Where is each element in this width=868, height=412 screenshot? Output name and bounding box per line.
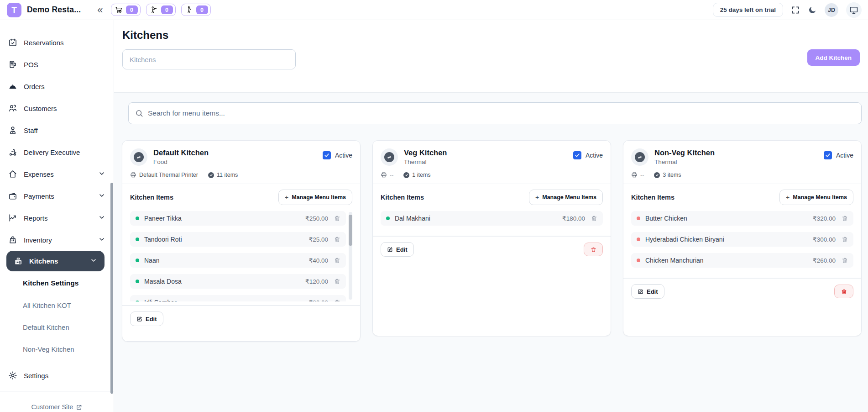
pencil-icon [638,289,643,295]
kitchen-avatar [381,148,398,166]
sidebar-scrollbar-thumb[interactable] [110,183,113,394]
calendar-check-icon [8,38,17,47]
topbar-counter[interactable]: 0 [181,4,211,16]
manage-menu-items-button[interactable]: + Manage Menu Items [779,190,853,205]
item-name: Hyderabadi Chicken Biryani [645,236,724,243]
list-scrollbar-thumb[interactable] [349,215,352,246]
trash-icon [842,215,848,222]
topbar-counter[interactable]: 0 [111,4,141,16]
sidebar-item-orders[interactable]: Orders [0,75,114,97]
sidebar-item-label: Delivery Executive [24,148,80,156]
sidebar-subitem-kitchen-settings[interactable]: Kitchen Settings [0,272,114,294]
avatar[interactable]: JD [825,3,838,17]
sidebar-item-inventory[interactable]: Inventory [0,229,114,251]
item-type-dot [136,280,139,283]
manage-menu-items-button[interactable]: + Manage Menu Items [278,190,352,205]
sidebar-subitem-label: All Kitchen KOT [23,301,71,309]
fullscreen-icon[interactable] [791,5,800,15]
add-kitchen-button[interactable]: Add Kitchen [807,49,860,66]
sidebar-item-customers[interactable]: Customers [0,97,114,119]
edit-kitchen-button[interactable]: Edit [631,284,664,299]
menu-item-row: Tandoori Roti ₹25.00 [130,232,346,247]
monitor-icon[interactable] [846,2,862,18]
item-name: Idli Sambar [144,299,177,301]
list-scrollbar[interactable] [349,212,352,300]
item-type-dot [136,301,139,301]
sidebar-item-expenses[interactable]: Expenses [0,163,114,185]
remove-item-button[interactable] [842,236,848,243]
printer-chip: Default Thermal Printer [130,172,198,178]
trash-icon [334,257,340,264]
sidebar-collapse-icon[interactable]: « [97,5,103,15]
delete-kitchen-button[interactable] [834,285,853,298]
sidebar-item-payments[interactable]: Payments [0,185,114,207]
remove-item-button[interactable] [591,215,597,222]
item-price: ₹120.00 [305,278,328,285]
item-price: ₹300.00 [813,236,836,243]
sidebar-item-reservations[interactable]: Reservations [0,32,114,53]
remove-item-button[interactable] [842,257,848,264]
sidebar-scrollbar[interactable] [110,20,113,412]
sidebar-subitem-default-kitchen[interactable]: Default Kitchen [0,316,114,338]
printer-chip: -- [631,172,644,178]
search-input[interactable] [148,109,855,117]
chevron-down-icon [98,214,105,222]
sidebar-item-pos[interactable]: POS [0,53,114,75]
sidebar-item-label: Inventory [24,236,52,244]
item-name: Chicken Manchurian [645,257,704,264]
active-checkbox[interactable] [573,151,581,159]
printer-icon [631,172,638,178]
item-name: Masala Dosa [144,278,182,285]
remove-item-button[interactable] [334,299,340,301]
kitchen-name-input[interactable] [122,49,296,69]
trash-icon [334,215,340,222]
trash-icon [591,215,597,222]
sidebar-item-staff[interactable]: Staff [0,119,114,141]
topbar: T Demo Resta... « 0 0 0 25 days left on … [0,0,868,20]
chevron-down-icon [98,236,105,244]
kitchen-subtitle: Food [153,158,209,165]
customer-site-label: Customer Site [31,403,73,411]
page-title: Kitchens [122,29,860,42]
moon-icon[interactable] [808,5,817,15]
gear-icon [8,371,17,380]
sidebar-item-reports[interactable]: Reports [0,207,114,229]
item-price: ₹320.00 [813,215,836,222]
printer-label: -- [640,172,644,178]
edit-kitchen-button[interactable]: Edit [381,242,414,257]
trash-icon [841,289,847,295]
sidebar-subitem-non-veg-kitchen[interactable]: Non-Veg Kitchen [0,338,114,360]
active-label: Active [836,152,853,159]
sidebar-item-label: POS [24,61,38,69]
chart-icon [8,213,17,222]
remove-item-button[interactable] [334,257,340,264]
topbar-counters: 0 0 0 [111,4,211,16]
remove-item-button[interactable] [842,215,848,222]
remove-item-button[interactable] [334,215,340,222]
sidebar-subitem-label: Default Kitchen [23,323,69,331]
items-count-label: 1 items [412,172,430,178]
remove-item-button[interactable] [334,236,340,243]
menu-item-row: Masala Dosa ₹120.00 [130,274,346,289]
sidebar-item-kitchens[interactable]: Kitchens [6,251,105,271]
printer-label: -- [390,172,393,178]
sidebar-item-label: Reports [24,214,48,222]
active-checkbox[interactable] [323,151,331,159]
menu-item-row: Naan ₹40.00 [130,253,346,268]
menu-item-row: Butter Chicken ₹320.00 [631,211,853,226]
sidebar-item-settings[interactable]: Settings [0,364,114,386]
sidebar-subitem-all-kitchen-kot[interactable]: All Kitchen KOT [0,294,114,316]
manage-menu-items-button[interactable]: + Manage Menu Items [529,190,603,205]
waiter-icon [150,6,158,14]
edit-kitchen-button[interactable]: Edit [130,312,163,326]
item-type-dot [136,217,139,220]
customer-site-link[interactable]: Customer Site [31,403,83,412]
sidebar-item-delivery-executive[interactable]: Delivery Executive [0,141,114,163]
active-checkbox[interactable] [824,151,832,159]
delete-kitchen-button[interactable] [584,243,603,256]
topbar-counter[interactable]: 0 [146,4,176,16]
item-name: Butter Chicken [645,215,687,222]
trial-button[interactable]: 25 days left on trial [713,3,783,17]
chevron-down-icon [90,257,97,265]
remove-item-button[interactable] [334,278,340,285]
